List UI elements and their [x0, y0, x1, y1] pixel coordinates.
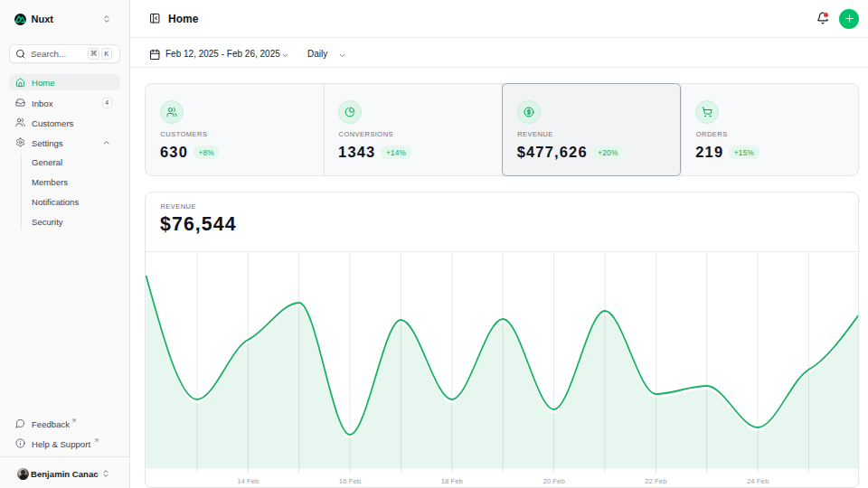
svg-text:24 Feb: 24 Feb	[746, 477, 769, 485]
svg-text:18 Feb: 18 Feb	[440, 477, 463, 485]
svg-text:14 Feb: 14 Feb	[237, 477, 259, 485]
svg-text:20 Feb: 20 Feb	[542, 477, 565, 485]
svg-text:22 Feb: 22 Feb	[645, 477, 667, 485]
svg-text:16 Feb: 16 Feb	[338, 477, 361, 485]
